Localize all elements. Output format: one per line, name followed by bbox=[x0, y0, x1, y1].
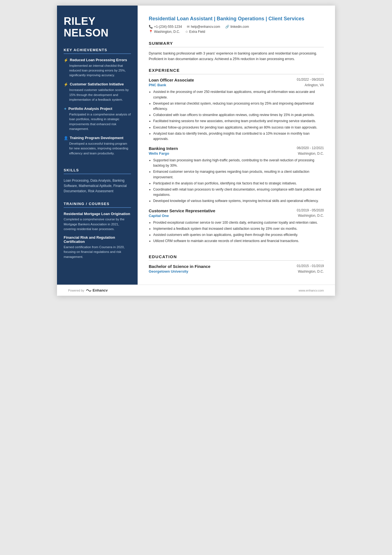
exp-title: Customer Service Representative bbox=[149, 208, 215, 213]
training-title: Financial Risk and Regulation Certificat… bbox=[64, 235, 131, 244]
achievements-title: KEY ACHIEVEMENTS bbox=[64, 48, 131, 54]
exp-date: 01/2019 - 05/2020 bbox=[297, 208, 324, 212]
list-item: Implemented a feedback system that incre… bbox=[153, 226, 324, 231]
list-item: Utilized CRM software to maintain accura… bbox=[153, 238, 324, 244]
achievement-icon: ✦ bbox=[64, 107, 67, 111]
achievement-item: ⚡ Customer Satisfaction Initiative Incre… bbox=[64, 82, 131, 102]
location-icon: 📍 bbox=[149, 30, 153, 34]
achievement-desc: Participated in a comprehensive analysis… bbox=[69, 112, 131, 131]
footer: Powered by Enhancv www.enhancv.com bbox=[57, 285, 335, 296]
education-title: EDUCATION bbox=[149, 254, 324, 261]
skills-title: SKILLS bbox=[64, 168, 131, 174]
training-desc: Completed a comprehensive course by the … bbox=[64, 217, 131, 231]
training-title: Residential Mortgage Loan Origination bbox=[64, 212, 131, 216]
list-item: Participated in the analysis of loan por… bbox=[153, 181, 324, 186]
linkedin-url: linkedin.com bbox=[230, 25, 249, 29]
exp-bullets: Supported loan processing team during hi… bbox=[149, 158, 324, 204]
exp-title: Loan Officer Associate bbox=[149, 78, 194, 82]
list-item: Assisted customers with queries on loan … bbox=[153, 232, 324, 238]
achievement-desc: Implemented an internal checklist that r… bbox=[69, 63, 131, 78]
phone-icon: 📞 bbox=[149, 25, 153, 29]
edu-location: Washington, D.C. bbox=[298, 270, 324, 273]
achievement-title-text: Reduced Loan Processing Errors bbox=[70, 58, 127, 62]
experience-section: EXPERIENCE Loan Officer Associate 01/202… bbox=[149, 68, 324, 248]
exp-company-row: Wells Fargo Washington, D.C. bbox=[149, 151, 324, 156]
list-item: Developed an internal checklist system, … bbox=[153, 101, 324, 112]
edu-header: Bachelor of Science in Finance 01/2015 -… bbox=[149, 264, 324, 269]
exp-location: Washington, D.C. bbox=[298, 214, 324, 218]
list-item: Collaborated with loan officers to strea… bbox=[153, 112, 324, 118]
exp-title: Banking Intern bbox=[149, 146, 178, 151]
achievements-section: KEY ACHIEVEMENTS ⚡ Reduced Loan Processi… bbox=[64, 48, 131, 160]
list-item: Developed knowledge of various banking s… bbox=[153, 198, 324, 204]
exp-company: Wells Fargo bbox=[149, 151, 169, 156]
achievement-icon: 👤 bbox=[64, 136, 68, 140]
exp-location: Washington, D.C. bbox=[298, 152, 324, 156]
exp-date: 06/2020 - 12/2021 bbox=[297, 146, 324, 150]
exp-bullets: Provided exceptional customer service to… bbox=[149, 220, 324, 244]
achievement-title: ⚡ Customer Satisfaction Initiative bbox=[64, 82, 131, 87]
achievement-title-text: Training Program Development bbox=[70, 136, 123, 140]
achievements-list: ⚡ Reduced Loan Processing Errors Impleme… bbox=[64, 58, 131, 156]
list-item: Coordinated with retail loan processors … bbox=[153, 187, 324, 198]
training-title: TRAINING / COURSES bbox=[64, 202, 131, 208]
experience-list: Loan Officer Associate 01/2022 - 09/2023… bbox=[149, 78, 324, 244]
exp-company-row: PNC Bank Arlington, VA bbox=[149, 83, 324, 87]
name-line1: RILEY bbox=[64, 15, 95, 27]
edu-date: 01/2015 - 01/2019 bbox=[297, 264, 324, 268]
list-item: Enhanced customer service by managing qu… bbox=[153, 169, 324, 180]
training-item: Residential Mortgage Loan Origination Co… bbox=[64, 212, 131, 231]
exp-company: Capital One bbox=[149, 214, 169, 218]
phone-number: +1-(234)-555-1234 bbox=[154, 25, 182, 29]
resume-wrapper: RILEY NELSON KEY ACHIEVEMENTS ⚡ Reduced … bbox=[57, 6, 335, 296]
extra-field: Extra Field bbox=[189, 30, 205, 34]
linkedin-contact[interactable]: 🔗 linkedin.com bbox=[225, 25, 249, 29]
exp-header: Customer Service Representative 01/2019 … bbox=[149, 208, 324, 213]
exp-location: Arlington, VA bbox=[305, 83, 324, 87]
list-item: Provided exceptional customer service to… bbox=[153, 220, 324, 225]
job-title: Residential Loan Assistant | Banking Ope… bbox=[149, 16, 324, 22]
exp-header: Banking Intern 06/2020 - 12/2021 bbox=[149, 146, 324, 151]
powered-by-label: Powered by bbox=[68, 289, 84, 292]
exp-company-row: Capital One Washington, D.C. bbox=[149, 214, 324, 218]
linkedin-icon: 🔗 bbox=[225, 25, 229, 29]
achievement-desc: Developed a successful training program … bbox=[69, 141, 131, 156]
achievement-icon: ⚡ bbox=[64, 58, 68, 62]
achievement-icon: ⚡ bbox=[64, 82, 68, 87]
achievement-title: ✦ Portfolio Analysis Project bbox=[64, 107, 131, 111]
summary-title: SUMMARY bbox=[149, 41, 324, 47]
education-list: Bachelor of Science in Finance 01/2015 -… bbox=[149, 264, 324, 273]
extra-contact: ☆ Extra Field bbox=[185, 30, 205, 34]
footer-powered: Powered by Enhancv bbox=[68, 288, 108, 292]
exp-date: 01/2022 - 09/2023 bbox=[297, 78, 324, 82]
footer-url: www.enhancv.com bbox=[299, 289, 324, 292]
education-item: Bachelor of Science in Finance 01/2015 -… bbox=[149, 264, 324, 273]
achievement-title-text: Customer Satisfaction Initiative bbox=[70, 82, 124, 86]
list-item: Supported loan processing team during hi… bbox=[153, 158, 324, 168]
training-item: Financial Risk and Regulation Certificat… bbox=[64, 235, 131, 259]
list-item: Assisted in the processing of over 250 r… bbox=[153, 89, 324, 100]
achievement-desc: Increased customer satisfaction scores b… bbox=[69, 88, 131, 102]
contact-row: 📞 +1-(234)-555-1234 ✉ help@enhancv.com 🔗… bbox=[149, 25, 324, 29]
achievement-title: 👤 Training Program Development bbox=[64, 136, 131, 140]
list-item: Analyzed loan data to identify trends, p… bbox=[153, 131, 324, 142]
main-header: Residential Loan Assistant | Banking Ope… bbox=[149, 16, 324, 35]
phone-contact: 📞 +1-(234)-555-1234 bbox=[149, 25, 182, 29]
achievement-item: ⚡ Reduced Loan Processing Errors Impleme… bbox=[64, 58, 131, 78]
experience-item: Customer Service Representative 01/2019 … bbox=[149, 208, 324, 244]
training-list: Residential Mortgage Loan Origination Co… bbox=[64, 212, 131, 259]
star-icon: ☆ bbox=[185, 30, 188, 34]
summary-section: SUMMARY Dynamic banking professional wit… bbox=[149, 41, 324, 62]
contact-row-2: 📍 Washington, D.C. ☆ Extra Field bbox=[149, 30, 324, 34]
sidebar: RILEY NELSON KEY ACHIEVEMENTS ⚡ Reduced … bbox=[57, 6, 138, 285]
experience-title: EXPERIENCE bbox=[149, 68, 324, 74]
edu-school: Georgetown University bbox=[149, 269, 188, 273]
skills-section: SKILLS Loan Processing, Data Analysis, B… bbox=[64, 168, 131, 194]
exp-company: PNC Bank bbox=[149, 83, 166, 87]
list-item: Executed follow-up procedures for pendin… bbox=[153, 125, 324, 130]
experience-item: Banking Intern 06/2020 - 12/2021 Wells F… bbox=[149, 146, 324, 204]
resume-body: RILEY NELSON KEY ACHIEVEMENTS ⚡ Reduced … bbox=[57, 6, 335, 285]
summary-text: Dynamic banking professional with 3 year… bbox=[149, 51, 324, 62]
edu-degree: Bachelor of Science in Finance bbox=[149, 264, 210, 269]
location-contact: 📍 Washington, D.C. bbox=[149, 30, 180, 34]
